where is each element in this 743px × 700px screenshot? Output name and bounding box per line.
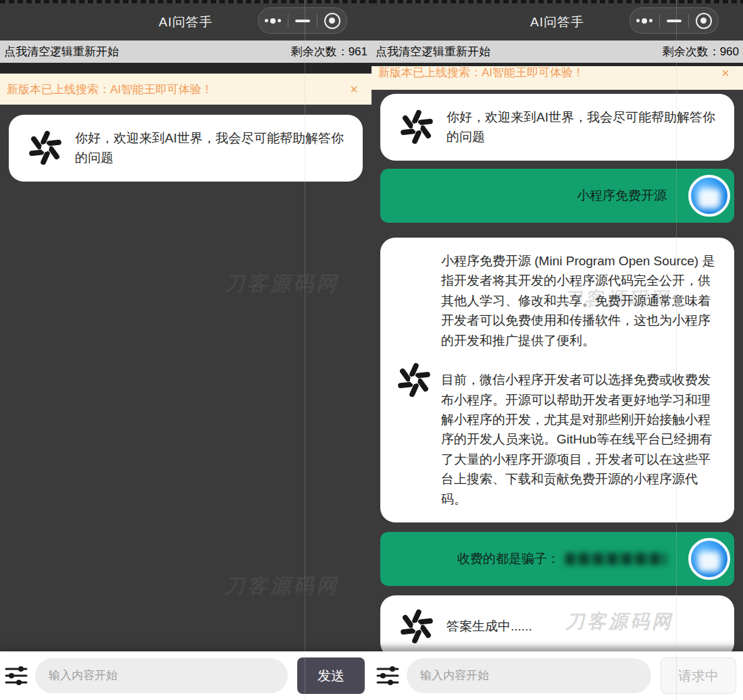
target-circle-icon [696,13,712,29]
more-menu-button[interactable] [259,8,288,33]
more-menu-button[interactable] [630,8,659,33]
session-toolbar: 点我清空逻辑重新开始 剩余次数：961 [0,41,372,63]
message-text: 你好，欢迎来到AI世界，我会尽可能帮助解答你的问题 [75,128,351,168]
page-title: AI问答手 [159,14,213,31]
assistant-message: 你好，欢迎来到AI世界，我会尽可能帮助解答你的问题 [9,115,363,182]
user-message: 收费的都是骗子： [380,532,734,586]
watermark: 刀客源码网 [224,572,339,600]
target-circle-icon [324,13,340,29]
assistant-message: 你好，欢迎来到AI世界，我会尽可能帮助解答你的问题 [380,94,734,161]
banner-close-icon[interactable]: × [721,66,729,80]
message-text: 收费的都是骗子： [457,550,560,568]
redacted-text [565,553,667,565]
remaining-label: 剩余次数： [663,45,720,58]
wechat-capsule [630,7,719,34]
minimize-button[interactable] [660,8,689,33]
send-button[interactable]: 发送 [297,657,365,694]
notice-text: 新版本已上线搜索：AI智能王即可体验！ [378,66,584,80]
composer-bar: 发送 [0,651,372,700]
minus-icon [667,20,682,22]
remaining-count: 剩余次数：960 [663,44,739,59]
message-text: 答案生成中...... [446,616,532,636]
message-input[interactable] [407,658,651,693]
notice-banner: 新版本已上线搜索：AI智能王即可体验！ × [372,66,743,90]
user-message: 小程序免费开源 [380,169,734,223]
message-paragraph: 小程序免费开源 (Mini Program Open Source) 是指开发者… [441,251,722,350]
banner-close-icon[interactable]: × [350,82,358,96]
requesting-button[interactable]: 请求中 [661,657,736,694]
clear-session-button[interactable]: 点我清空逻辑重新开始 [4,44,119,59]
watermark: 刀客源码网 [224,270,339,298]
message-text: 小程序免费开源 [577,187,667,205]
openai-logo-icon [26,129,64,167]
mini-program-comparison: AI问答手 点我清空逻辑重新开始 剩余次数：961 [0,0,743,700]
sliders-icon[interactable] [376,664,400,688]
watermark: 刀客源码网 [565,609,673,635]
assistant-message: 小程序免费开源 (Mini Program Open Source) 是指开发者… [380,238,734,522]
close-home-button[interactable] [317,8,347,33]
openai-logo-icon [398,608,436,645]
openai-logo-icon [398,108,436,146]
notice-banner: 新版本已上线搜索：AI智能王即可体验！ × [0,74,372,105]
remaining-value: 961 [349,45,367,58]
page-title: AI问答手 [530,14,584,31]
remaining-value: 960 [720,45,739,58]
message-paragraph: 目前，微信小程序开发者可以选择免费或收费发布小程序。开源可以帮助开发者更好地学习… [441,370,722,509]
remaining-label: 剩余次数： [291,45,349,58]
three-dots-icon [265,18,281,24]
minus-icon [295,20,310,22]
minimize-button[interactable] [288,8,317,33]
session-toolbar: 点我清空逻辑重新开始 剩余次数：960 [372,41,743,63]
composer-bar: 请求中 [372,651,743,700]
chat-area: 你好，欢迎来到AI世界，我会尽可能帮助解答你的问题 小程序免费开源 小程序免费开… [372,90,743,651]
notice-text: 新版本已上线搜索：AI智能王即可体验！ [7,82,213,97]
remaining-count: 剩余次数：961 [291,44,367,59]
wechat-capsule [258,7,347,34]
three-dots-icon [636,18,652,24]
user-avatar [688,538,730,580]
clear-session-button[interactable]: 点我清空逻辑重新开始 [376,44,490,59]
message-input[interactable] [35,658,288,693]
panel-left: AI问答手 点我清空逻辑重新开始 剩余次数：961 [0,0,372,700]
message-text: 你好，欢迎来到AI世界，我会尽可能帮助解答你的问题 [446,107,722,147]
message-text: 小程序免费开源 (Mini Program Open Source) 是指开发者… [441,251,722,509]
openai-logo-icon [395,361,433,399]
app-header: AI问答手 [372,3,743,41]
user-avatar [688,175,730,217]
chat-area: 你好，欢迎来到AI世界，我会尽可能帮助解答你的问题 刀客源码网 刀客源码网 [0,105,372,651]
close-home-button[interactable] [689,8,718,33]
app-header: AI问答手 [0,3,372,41]
panel-right: AI问答手 点我清空逻辑重新开始 剩余次数：960 [372,0,743,700]
spacer [0,63,372,74]
assistant-message: 答案生成中...... 刀客源码网 [380,595,734,651]
sliders-icon[interactable] [4,664,28,688]
